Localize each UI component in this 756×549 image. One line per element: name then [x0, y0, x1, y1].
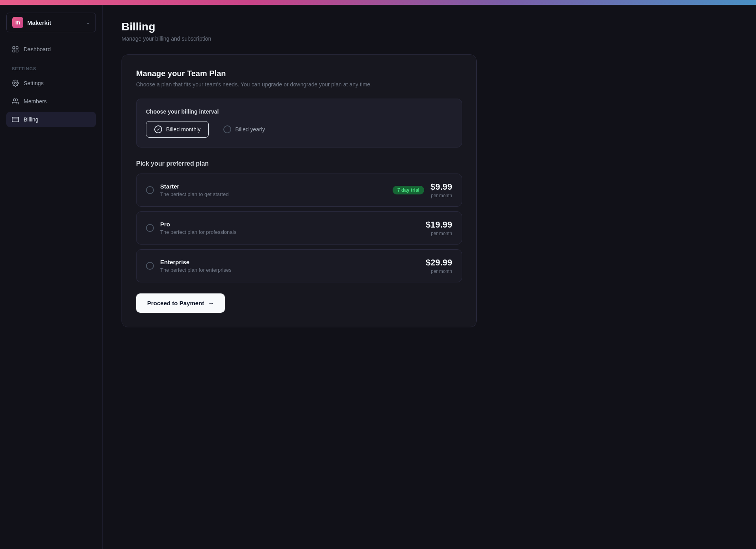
plan-name-enterprise: Enterprise: [160, 259, 419, 265]
billing-card: Manage your Team Plan Choose a plan that…: [122, 54, 477, 327]
price-amount-enterprise: $29.99: [426, 258, 452, 268]
plan-name-starter: Starter: [160, 183, 386, 190]
price-amount-pro: $19.99: [426, 220, 452, 230]
billing-options: Billed monthly Billed yearly: [146, 121, 452, 138]
sidebar-item-billing[interactable]: Billing: [6, 112, 96, 127]
plan-card-starter[interactable]: Starter The perfect plan to get started …: [136, 174, 462, 207]
plan-card-enterprise[interactable]: Enterprise The perfect plan for enterpri…: [136, 249, 462, 282]
svg-point-4: [15, 82, 17, 84]
plan-badge-starter: 7 day trial: [393, 186, 424, 194]
billing-interval-section: Choose your billing interval Billed mont…: [136, 99, 462, 148]
sidebar-item-settings-label: Settings: [24, 80, 44, 86]
plan-info-enterprise: Enterprise The perfect plan for enterpri…: [160, 259, 419, 273]
page-subtitle: Manage your billing and subscription: [122, 35, 737, 42]
page-title: Billing: [122, 21, 737, 33]
plan-price-pro: $19.99 per month: [426, 220, 452, 236]
billing-interval-label: Choose your billing interval: [146, 108, 452, 115]
billing-option-monthly[interactable]: Billed monthly: [146, 121, 209, 138]
svg-rect-1: [16, 47, 18, 49]
radio-monthly-icon: [154, 125, 162, 133]
card-title: Manage your Team Plan: [136, 69, 462, 78]
plan-price-enterprise: $29.99 per month: [426, 258, 452, 274]
brand-selector[interactable]: m Makerkit ⌄: [6, 13, 96, 32]
plan-radio-pro: [146, 224, 154, 232]
main-content: Billing Manage your billing and subscrip…: [103, 5, 756, 549]
plan-radio-enterprise: [146, 262, 154, 270]
page-header: Billing Manage your billing and subscrip…: [122, 21, 737, 42]
svg-rect-2: [13, 50, 15, 52]
plan-description-pro: The perfect plan for professionals: [160, 229, 419, 235]
svg-rect-6: [12, 117, 19, 122]
sidebar-item-members-label: Members: [24, 98, 47, 105]
billing-yearly-label: Billed yearly: [235, 126, 265, 133]
plan-description-starter: The perfect plan to get started: [160, 191, 386, 197]
settings-section-label: SETTINGS: [6, 63, 96, 73]
top-bar: [0, 0, 756, 5]
sidebar-item-dashboard-label: Dashboard: [24, 46, 51, 52]
plan-card-pro[interactable]: Pro The perfect plan for professionals $…: [136, 211, 462, 245]
svg-point-5: [13, 99, 16, 101]
sidebar-item-billing-label: Billing: [24, 116, 38, 123]
users-icon: [12, 98, 19, 105]
sidebar-item-dashboard[interactable]: Dashboard: [6, 42, 96, 57]
brand-icon: m: [12, 17, 23, 28]
price-amount-starter: $9.99: [430, 182, 452, 192]
plan-radio-starter: [146, 186, 154, 194]
plan-info-pro: Pro The perfect plan for professionals: [160, 221, 419, 235]
plan-name-pro: Pro: [160, 221, 419, 228]
svg-rect-3: [16, 50, 18, 52]
sidebar-item-members[interactable]: Members: [6, 94, 96, 109]
card-subtitle: Choose a plan that fits your team's need…: [136, 81, 462, 88]
billing-monthly-label: Billed monthly: [166, 126, 200, 133]
credit-card-icon: [12, 116, 19, 123]
dashboard-icon: [12, 46, 19, 53]
radio-yearly-icon: [223, 125, 231, 133]
sidebar: m Makerkit ⌄ Dashboard SETTINGS: [0, 5, 103, 549]
price-period-starter: per month: [430, 193, 452, 198]
price-period-enterprise: per month: [426, 269, 452, 274]
proceed-button-arrow: →: [208, 300, 214, 306]
sidebar-item-settings[interactable]: Settings: [6, 76, 96, 91]
price-period-pro: per month: [426, 231, 452, 236]
plan-price-starter: $9.99 per month: [430, 182, 452, 198]
proceed-to-payment-button[interactable]: Proceed to Payment →: [136, 293, 225, 313]
gear-icon: [12, 80, 19, 87]
billing-option-yearly[interactable]: Billed yearly: [215, 121, 273, 138]
plan-info-starter: Starter The perfect plan to get started: [160, 183, 386, 197]
brand-chevron-icon: ⌄: [86, 20, 90, 25]
plan-description-enterprise: The perfect plan for enterprises: [160, 267, 419, 273]
plan-section-label: Pick your preferred plan: [136, 160, 462, 167]
plan-list: Starter The perfect plan to get started …: [136, 174, 462, 282]
proceed-button-label: Proceed to Payment: [147, 300, 204, 306]
app-container: m Makerkit ⌄ Dashboard SETTINGS: [0, 5, 756, 549]
svg-rect-0: [13, 47, 15, 49]
brand-name: Makerkit: [27, 19, 82, 26]
